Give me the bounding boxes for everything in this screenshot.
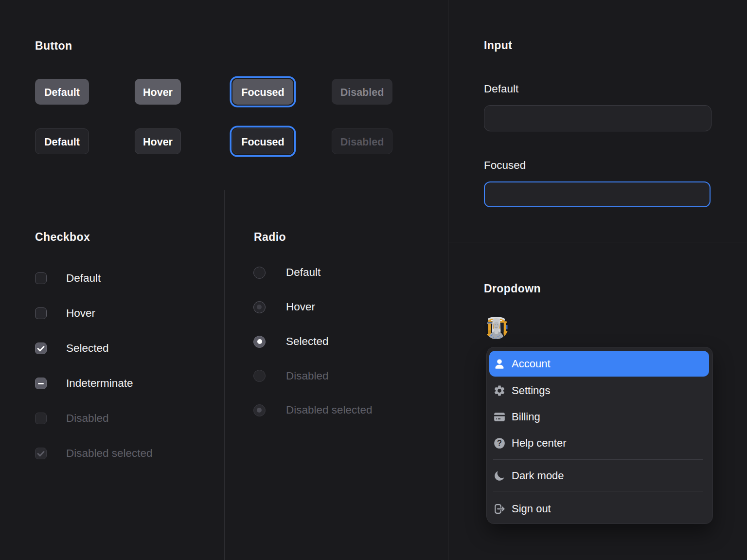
svg-text:?: ? bbox=[497, 438, 502, 447]
